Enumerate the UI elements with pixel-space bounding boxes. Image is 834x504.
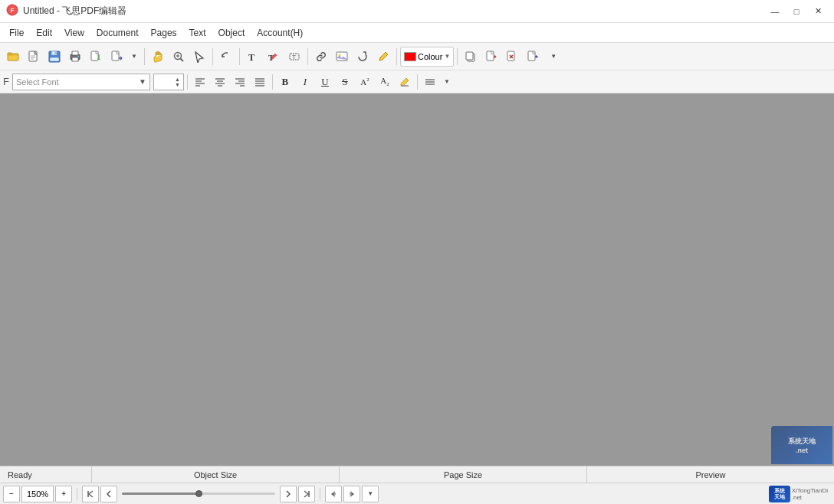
import-button[interactable] bbox=[481, 47, 501, 67]
prev-page-button[interactable] bbox=[100, 486, 117, 502]
text-toolbar: F Select Font ▼ ▲ ▼ B I U S A2 bbox=[0, 70, 834, 93]
subscript-icon: A2 bbox=[380, 76, 389, 87]
text-tools-group: T T T bbox=[243, 47, 304, 67]
page-slider-thumb[interactable] bbox=[195, 490, 202, 497]
svg-rect-11 bbox=[50, 57, 59, 61]
align-center-button[interactable] bbox=[211, 74, 229, 90]
watermark: 系统天地 .net bbox=[771, 426, 832, 464]
svg-rect-3 bbox=[8, 53, 11, 54]
strikethrough-button[interactable]: S bbox=[336, 74, 354, 90]
other-tools-group bbox=[311, 47, 393, 67]
bottom-watermark-area: 系统天地 XiTongTianDi.net bbox=[769, 486, 831, 502]
object-size-label: Object Size bbox=[194, 470, 237, 479]
image-button[interactable] bbox=[332, 47, 352, 67]
subscript-button[interactable]: A2 bbox=[376, 74, 394, 90]
print-button[interactable] bbox=[65, 47, 85, 67]
text-sep-2 bbox=[272, 74, 273, 90]
menu-bar: File Edit View Document Pages Text Objec… bbox=[0, 23, 834, 43]
italic-button[interactable]: I bbox=[296, 74, 314, 90]
svg-point-15 bbox=[77, 55, 79, 57]
save-button[interactable] bbox=[44, 47, 64, 67]
toolbar-right-dropdown[interactable]: ▼ bbox=[543, 47, 563, 67]
menu-document[interactable]: Document bbox=[90, 25, 145, 41]
pencil-button[interactable] bbox=[373, 47, 393, 67]
menu-object[interactable]: Object bbox=[212, 25, 251, 41]
select-tool-button[interactable] bbox=[189, 47, 209, 67]
link-button[interactable] bbox=[311, 47, 331, 67]
undo-button[interactable] bbox=[216, 47, 236, 67]
last-page-button[interactable] bbox=[298, 486, 315, 502]
superscript-icon: A2 bbox=[360, 77, 369, 87]
align-right-button[interactable] bbox=[231, 74, 249, 90]
font-selector[interactable]: Select Font ▼ bbox=[12, 74, 150, 90]
toolbar-sep-4 bbox=[307, 48, 308, 65]
bold-icon: B bbox=[282, 76, 289, 88]
menu-view[interactable]: View bbox=[58, 25, 90, 41]
title-bar: F Untitled - 飞思PDF编辑器 — □ ✕ bbox=[0, 0, 834, 23]
list-button[interactable] bbox=[421, 74, 439, 90]
underline-button[interactable]: U bbox=[316, 74, 334, 90]
export2-button[interactable] bbox=[107, 47, 126, 67]
zoom-minus-button[interactable]: − bbox=[3, 486, 20, 502]
colour-button[interactable]: Colour ▼ bbox=[400, 47, 454, 67]
copy-button[interactable] bbox=[461, 47, 481, 67]
menu-pages[interactable]: Pages bbox=[145, 25, 183, 41]
zoom-plus-button[interactable]: + bbox=[55, 486, 72, 502]
next-page-button[interactable] bbox=[280, 486, 297, 502]
watermark-badge-text: 系统天地 bbox=[774, 488, 785, 499]
bold-button[interactable]: B bbox=[276, 74, 294, 90]
bottom-dropdown-button[interactable]: ▼ bbox=[362, 486, 379, 502]
superscript-button[interactable]: A2 bbox=[356, 74, 374, 90]
text-tool-button[interactable]: T bbox=[243, 47, 263, 67]
menu-text[interactable]: Text bbox=[183, 25, 212, 41]
menu-file[interactable]: File bbox=[3, 25, 30, 41]
text-edit-button[interactable]: T bbox=[264, 47, 284, 67]
text-sep-1 bbox=[187, 74, 188, 90]
new-button[interactable] bbox=[24, 47, 44, 67]
menu-account[interactable]: Account(H) bbox=[251, 25, 309, 41]
menu-edit[interactable]: Edit bbox=[30, 25, 58, 41]
window-controls: — □ ✕ bbox=[765, 3, 828, 20]
open-folder-button[interactable] bbox=[3, 47, 23, 67]
scroll-right-button[interactable] bbox=[343, 486, 360, 502]
font-size-input[interactable]: ▲ ▼ bbox=[153, 74, 184, 90]
font-size-arrows: ▲ ▼ bbox=[175, 77, 180, 87]
toolbar-sep-6 bbox=[457, 48, 458, 65]
first-page-button[interactable] bbox=[82, 486, 99, 502]
rotate-button[interactable] bbox=[353, 47, 373, 67]
close-button[interactable]: ✕ bbox=[808, 3, 828, 20]
page-slider-track[interactable] bbox=[122, 493, 275, 495]
undo-redo-group bbox=[216, 47, 236, 67]
file-toolbar-group: ▼ bbox=[3, 47, 141, 67]
page-slider-fill bbox=[122, 493, 199, 495]
font-select-arrow: ▼ bbox=[139, 77, 146, 86]
export1-button[interactable] bbox=[86, 47, 106, 67]
delete-button[interactable] bbox=[502, 47, 522, 67]
zoom-level-display: 150% bbox=[21, 486, 54, 502]
list-dropdown-button[interactable]: ▼ bbox=[441, 74, 453, 90]
window-title: Untitled - 飞思PDF编辑器 bbox=[23, 5, 126, 18]
align-left-button[interactable] bbox=[191, 74, 209, 90]
main-toolbar: ▼ T T T bbox=[0, 43, 834, 70]
scroll-left-button[interactable] bbox=[325, 486, 342, 502]
toolbar-dropdown-button[interactable]: ▼ bbox=[127, 47, 141, 67]
colour-label: Colour bbox=[418, 52, 442, 61]
align-justify-button[interactable] bbox=[251, 74, 269, 90]
strikethrough-icon: S bbox=[342, 76, 347, 88]
font-size-up[interactable]: ▲ bbox=[175, 77, 180, 82]
app-icon: F bbox=[6, 4, 18, 18]
highlight-button[interactable] bbox=[396, 74, 414, 90]
toolbar-sep-2 bbox=[212, 48, 213, 65]
minimize-button[interactable]: — bbox=[765, 3, 785, 20]
svg-rect-34 bbox=[466, 52, 473, 60]
hand-tool-button[interactable] bbox=[148, 47, 168, 67]
status-page-size: Page Size bbox=[340, 466, 587, 483]
font-size-down[interactable]: ▼ bbox=[175, 82, 180, 87]
text-box-button[interactable]: T bbox=[284, 47, 304, 67]
bottom-sep-2 bbox=[320, 488, 320, 500]
extract-button[interactable] bbox=[523, 47, 543, 67]
zoom-button[interactable] bbox=[169, 47, 189, 67]
maximize-button[interactable]: □ bbox=[786, 3, 806, 20]
watermark-text: 系统天地 .net bbox=[788, 437, 816, 454]
svg-text:T: T bbox=[248, 52, 254, 63]
